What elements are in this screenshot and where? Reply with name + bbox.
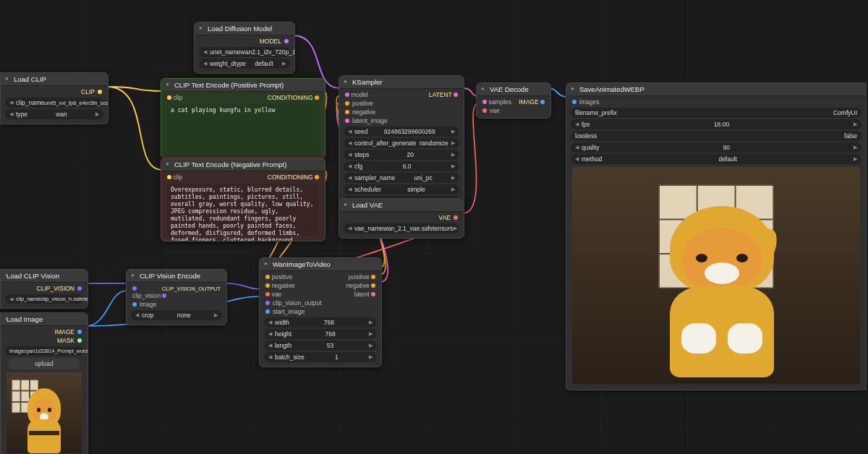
node-title: Load VAE (339, 199, 464, 212)
widget-type[interactable]: ◀typewan▶ (5, 109, 103, 119)
node-load-clip[interactable]: Load CLIP CLIP ◀clip_nameumt5_xxl_fp8_e4… (0, 72, 109, 124)
output-clip: CLIP (81, 88, 95, 95)
node-title: KSampler (339, 76, 464, 89)
widget-seed[interactable]: ◀seed924863299600269▶ (344, 127, 459, 137)
input-clip: clip (173, 174, 182, 181)
input-images: images (579, 98, 599, 106)
widget-crop[interactable]: ◀cropnone▶ (131, 310, 222, 320)
widget-sampler-name[interactable]: ◀sampler_nameuni_pc▶ (344, 173, 459, 183)
input-clip: clip (173, 94, 182, 101)
input-negative: negative (352, 108, 375, 116)
input-positive: positive (271, 273, 292, 280)
widget-steps[interactable]: ◀steps20▶ (344, 150, 459, 160)
widget-vae-name[interactable]: ◀vae_namewan_2.1_vae.safetensors▶ (344, 223, 459, 234)
node-title: Load Diffusion Model (195, 22, 294, 35)
output-mask: MASK (57, 337, 75, 344)
node-save-animated-webp[interactable]: SaveAnimatedWEBP images filename_prefixC… (566, 82, 867, 390)
input-samples: samples (488, 98, 511, 106)
input-preview-image (7, 372, 82, 453)
node-vae-decode[interactable]: VAE Decode samplesIMAGE vae (476, 82, 551, 119)
upload-button[interactable]: upload (8, 358, 80, 369)
output-vae: VAE (439, 214, 451, 221)
input-negative: negative (271, 282, 294, 289)
widget-clip-name[interactable]: ◀clip_nameumt5_xxl_fp8_e4m3fn_scaled.saf… (5, 98, 103, 108)
output-latent: latent (354, 291, 370, 298)
node-clip-text-encode-positive[interactable]: CLIP Text Encode (Positive Prompt) clipC… (161, 78, 326, 159)
output-negative: negative (346, 282, 369, 289)
input-latent-image: latent_image (352, 117, 388, 124)
prompt-text[interactable]: a cat playing kungfu in yellow (167, 104, 319, 153)
widget-quality[interactable]: ◀quality90▶ (571, 142, 861, 153)
node-title: WanImageToVideo (260, 258, 381, 271)
node-ksampler[interactable]: KSampler modelLATENT positive negative l… (339, 75, 464, 211)
widget-batch-size[interactable]: ◀batch_size1▶ (264, 352, 377, 362)
widget-length[interactable]: ◀length53▶ (264, 340, 377, 351)
prompt-text[interactable]: Overexposure, static, blurred details, s… (167, 184, 319, 236)
widget-fps[interactable]: ◀fps16.00▶ (571, 119, 861, 129)
widget-cfg[interactable]: ◀cfg6.0▶ (344, 161, 459, 171)
output-clip-vision-output: CLIP_VISION_OUTPUT (162, 286, 221, 292)
node-title: VAE Decode (477, 83, 550, 96)
widget-control-after-generate[interactable]: ◀control_after_generaterandomize▶ (344, 138, 459, 148)
widget-image[interactable]: imagecyan1d33814_Prompt_words_sm... (5, 346, 83, 356)
widget-filename-prefix[interactable]: filename_prefixComfyUI (571, 108, 861, 118)
widget-width[interactable]: ◀width768▶ (264, 317, 377, 327)
widget-scheduler[interactable]: ◀schedulersimple▶ (344, 184, 459, 194)
node-load-diffusion-model[interactable]: Load Diffusion Model MODEL ◀unet_namewan… (194, 22, 295, 74)
node-load-vae[interactable]: Load VAE VAE ◀vae_namewan_2.1_vae.safete… (339, 198, 464, 239)
node-title: CLIP Text Encode (Negative Prompt) (161, 158, 325, 171)
node-load-image[interactable]: Load Image IMAGE MASK imagecyan1d33814_P… (0, 312, 88, 454)
input-model: model (351, 91, 367, 98)
input-start-image: start_image (273, 308, 305, 315)
node-title: CLIP Vision Encode (127, 270, 226, 283)
node-title: CLIP Text Encode (Positive Prompt) (161, 79, 325, 92)
node-load-clip-vision[interactable]: Load CLIP Vision CLIP_VISION ◀clip_namec… (0, 269, 88, 309)
input-vae: vae (271, 291, 281, 298)
node-title: Load Image (1, 313, 88, 326)
widget-height[interactable]: ◀height768▶ (264, 329, 377, 339)
node-wan-image-to-video[interactable]: WanImageToVideo positivepositive negativ… (259, 257, 382, 367)
input-clip-vision: clip_vision (132, 292, 161, 299)
widget-lossless[interactable]: losslessfalse (571, 131, 861, 141)
node-title: SaveAnimatedWEBP (566, 83, 866, 96)
output-positive: positive (349, 273, 370, 280)
node-clip-text-encode-negative[interactable]: CLIP Text Encode (Negative Prompt) clipC… (161, 158, 326, 241)
output-conditioning: CONDITIONING (268, 174, 313, 181)
node-clip-vision-encode[interactable]: CLIP Vision Encode clip_visionCLIP_VISIO… (126, 269, 227, 325)
widget-method[interactable]: ◀methoddefault▶ (571, 154, 861, 164)
output-clip-vision: CLIP_VISION (37, 285, 75, 292)
widget-unet-name[interactable]: ◀unet_namewan2.1_i2v_720p_14B_bf16.safet… (199, 47, 290, 57)
input-vae: vae (490, 107, 500, 114)
input-positive: positive (352, 100, 373, 107)
input-clip-vision-output: clip_vision_output (273, 299, 322, 307)
output-conditioning: CONDITIONING (268, 94, 313, 101)
node-title: Load CLIP Vision (1, 270, 88, 283)
output-preview-image (572, 167, 860, 384)
input-image: image (140, 301, 156, 308)
output-model: MODEL (260, 38, 281, 45)
widget-clip-name[interactable]: ◀clip_nameclip_vision_h.safetensors▶ (5, 294, 83, 304)
output-image: IMAGE (55, 328, 75, 335)
output-latent: LATENT (429, 91, 452, 98)
widget-weight-dtype[interactable]: ◀weight_dtypedefault▶ (199, 59, 290, 69)
node-title: Load CLIP (1, 73, 108, 86)
output-image: IMAGE (519, 98, 538, 106)
